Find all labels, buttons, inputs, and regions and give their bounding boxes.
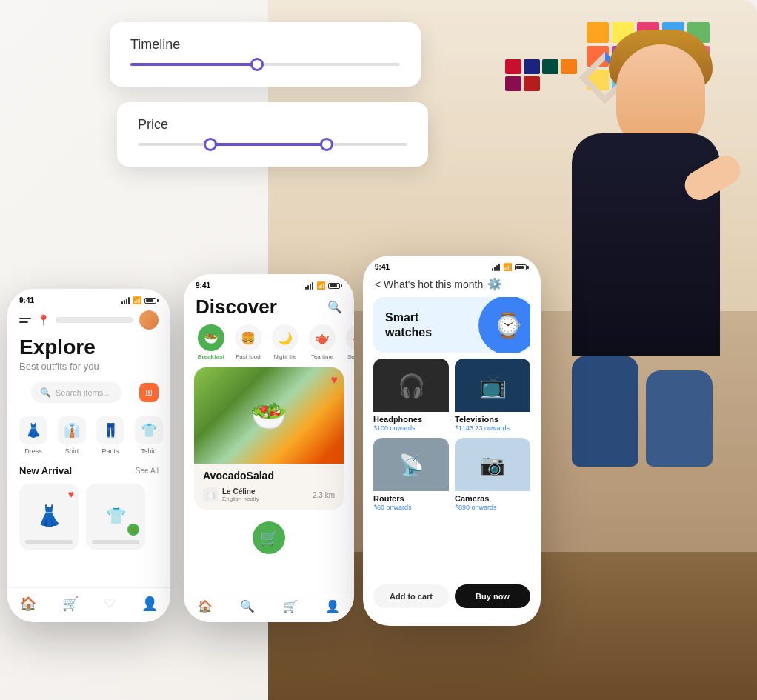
dress-label: Dress <box>24 447 42 455</box>
product-emoji-1: 👗 <box>36 504 62 528</box>
whats-hot-header: < What's hot this month ⚙️ <box>363 274 541 297</box>
product-price-bar-1 <box>25 540 73 544</box>
price-thumb-right[interactable] <box>320 138 333 151</box>
category-pants[interactable]: 👖 Pants <box>96 416 124 455</box>
search-placeholder: Search items... <box>56 388 110 397</box>
action-buttons: Add to cart Buy now <box>363 580 541 616</box>
product-routers[interactable]: 📡 Routers $68 onwards <box>373 438 449 511</box>
restaurant-name: Le Céline <box>222 487 259 496</box>
hamburger-menu[interactable] <box>19 318 31 323</box>
filter-icon-3[interactable]: ⚙️ <box>487 277 502 291</box>
home-nav-2[interactable]: 🏠 <box>198 599 213 613</box>
avatar[interactable] <box>139 310 159 330</box>
filter-button[interactable]: ⊞ <box>139 383 159 402</box>
banner-title: Smartwatches <box>385 310 432 339</box>
cart-fab[interactable]: 🛒 <box>253 521 285 554</box>
category-tshirt[interactable]: 👕 Tshirt <box>135 416 163 455</box>
products-grid: 🎧 Headphones $100 onwards 📺 Televisions … <box>363 353 541 517</box>
routers-label: Routers <box>373 491 449 504</box>
profile-nav-2[interactable]: 👤 <box>325 599 340 613</box>
header-1: 📍 <box>7 307 170 336</box>
add-to-cart-button[interactable]: Add to cart <box>373 584 449 608</box>
product-card-2[interactable]: 👕 🌿 <box>86 484 145 550</box>
food-cat-seafood[interactable]: 🍣 Sea food <box>344 324 354 360</box>
router-image: 📡 <box>373 438 449 491</box>
product-televisions[interactable]: 📺 Televisions $1143.73 onwards <box>455 359 530 432</box>
battery-icon <box>144 298 159 304</box>
products-row: 👗 ♥ 👕 🌿 <box>7 479 170 555</box>
wifi-icon: 📶 <box>133 296 141 304</box>
router-icon: 📡 <box>398 453 424 477</box>
explore-subtitle: Best outfits for you <box>7 361 170 379</box>
shirt-icon: 👔 <box>58 416 86 444</box>
shirt-label: Shirt <box>65 447 79 455</box>
food-card[interactable]: 🥗 ♥ AvocadoSalad 🍽️ Le Céline English he… <box>194 367 344 510</box>
category-shirt[interactable]: 👔 Shirt <box>58 416 86 455</box>
discover-phone: 9:41 📶 Discover 🔍 <box>184 274 354 622</box>
price-track[interactable] <box>138 143 407 146</box>
wifi-icon-2: 📶 <box>316 281 325 290</box>
product-cameras[interactable]: 📷 Cameras $890 onwards <box>455 438 530 511</box>
status-bar-2: 9:41 📶 <box>184 274 354 293</box>
restaurant-sub: English healty <box>222 496 259 502</box>
price-thumb-left[interactable] <box>204 138 217 151</box>
timeline-fill <box>130 63 257 66</box>
headphones-label: Headphones <box>373 412 449 424</box>
category-dress[interactable]: 👗 Dress <box>19 416 47 455</box>
person-photo <box>601 44 720 467</box>
home-nav-icon[interactable]: 🏠 <box>20 596 36 612</box>
food-cat-nightlife[interactable]: 🌙 Night life <box>270 324 301 360</box>
teatime-icon: 🫖 <box>309 324 336 351</box>
explore-title: Explore <box>7 336 170 361</box>
search-bar[interactable]: 🔍 Search items... <box>31 382 121 403</box>
wifi-icon-3: 📶 <box>503 263 512 271</box>
routers-price: $68 onwards <box>373 504 449 511</box>
pants-label: Pants <box>101 447 119 455</box>
time-3: 9:41 <box>375 263 390 271</box>
timeline-slider-card: Timeline <box>110 22 421 87</box>
timeline-thumb[interactable] <box>250 58 264 71</box>
breakfast-icon: 🥗 <box>198 324 224 351</box>
food-cat-teatime[interactable]: 🫖 Tea time <box>307 324 338 360</box>
explore-phone: 9:41 📶 📍 <box>7 289 170 622</box>
cart-nav-2[interactable]: 🛒 <box>283 599 298 613</box>
product-card-1[interactable]: 👗 ♥ <box>19 484 79 550</box>
nightlife-icon: 🌙 <box>272 324 299 351</box>
tshirt-icon: 👕 <box>135 416 163 444</box>
sticky-note <box>587 22 609 43</box>
food-image: 🥗 ♥ <box>194 367 344 464</box>
signal-icon-3 <box>492 264 500 271</box>
whats-hot-phone: 9:41 📶 < What's hot this month ⚙️ <box>363 256 541 626</box>
restaurant-info: 🍽️ Le Céline English healty <box>203 487 259 502</box>
nightlife-label: Night life <box>273 353 296 360</box>
search-icon-2[interactable]: 🔍 <box>327 300 342 314</box>
price-label: Price <box>138 117 407 133</box>
profile-nav-icon[interactable]: 👤 <box>141 596 158 612</box>
food-cat-fastfood[interactable]: 🍔 Fast food <box>233 324 264 360</box>
status-icons-1: 📶 <box>121 296 159 304</box>
buy-now-button[interactable]: Buy now <box>455 584 530 608</box>
wishlist-nav-icon[interactable]: ♡ <box>104 596 116 612</box>
status-icons-3: 📶 <box>492 263 529 271</box>
see-all-link[interactable]: See All <box>136 467 159 475</box>
timeline-track[interactable] <box>130 63 400 66</box>
search-icon: 🔍 <box>40 387 51 398</box>
product-headphones[interactable]: 🎧 Headphones $100 onwards <box>373 359 449 432</box>
banner-text: Smartwatches <box>373 301 444 347</box>
status-bar-3: 9:41 📶 <box>363 256 541 274</box>
location-bar <box>56 317 133 323</box>
fastfood-label: Fast food <box>236 353 260 360</box>
pants-icon: 👖 <box>96 416 124 444</box>
food-favorite-icon: ♥ <box>331 373 339 387</box>
cart-nav-icon[interactable]: 🛒 <box>62 596 79 612</box>
smartwatch-banner[interactable]: Smartwatches ⌚ <box>373 297 530 353</box>
product-emoji-2: 👕 <box>106 507 126 526</box>
food-cat-breakfast[interactable]: 🥗 Breakfast <box>196 324 227 360</box>
color-swatches <box>505 59 579 91</box>
headphones-icon: 🎧 <box>398 373 425 399</box>
back-button[interactable]: < What's hot this month <box>375 279 483 290</box>
watch-icon: ⌚ <box>493 311 523 339</box>
location-icon: 📍 <box>37 314 50 326</box>
cameras-price: $890 onwards <box>455 504 530 511</box>
search-nav-2[interactable]: 🔍 <box>240 599 255 613</box>
